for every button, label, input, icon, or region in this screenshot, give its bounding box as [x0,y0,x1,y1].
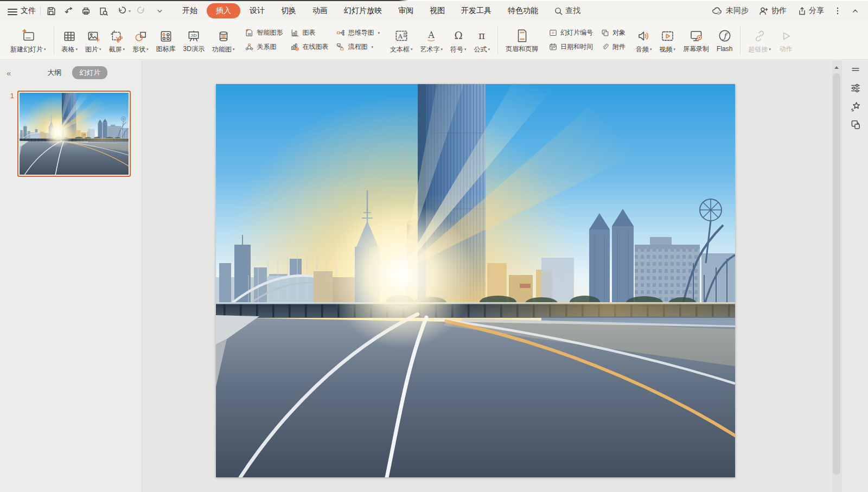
divider [54,25,54,55]
relation-diagram-icon [245,42,254,52]
divider [740,25,741,55]
word-art-icon: A [424,27,439,43]
insert-picture-button[interactable]: 图片▾ [81,23,105,57]
smart-graphics-icon [245,28,254,37]
collapse-panel-button[interactable]: « [0,68,13,78]
more-options-button[interactable] [834,7,841,15]
video-icon [660,27,675,43]
attachment-icon [601,42,610,52]
text-box-button[interactable]: A 文本框▾ [386,23,417,57]
file-menu-button[interactable]: 文件 [0,6,36,16]
action-button[interactable]: 动作 [775,23,797,57]
relation-diagram-button[interactable]: 关系图 [241,40,286,54]
date-time-button[interactable]: 日期和时间 [545,40,596,54]
collapse-ribbon-button[interactable] [851,7,859,15]
tab-insert[interactable]: 插入 [207,3,240,18]
object-layers-button[interactable] [842,116,868,134]
hyperlink-button[interactable]: 超链接▾ [744,23,775,57]
undo-caret-icon[interactable]: ▾ [129,9,131,14]
screenshot-button[interactable]: 截屏▾ [105,23,129,57]
symbol-button[interactable]: Ω 符号▾ [446,23,470,57]
print-icon [81,6,91,16]
svg-text:A: A [427,30,435,40]
action-icon [778,27,793,43]
tab-animation[interactable]: 动画 [305,3,335,18]
shapes-icon [133,27,148,43]
insert-object-button[interactable]: 对象 [597,26,629,40]
canvas-scrollbar[interactable] [832,60,841,492]
tab-view[interactable]: 视图 [423,3,452,18]
function-diagram-icon [216,27,231,43]
insert-shapes-button[interactable]: 形状▾ [129,23,152,57]
file-menu-label: 文件 [21,6,36,16]
flowchart-button[interactable]: 流程图▾ [333,40,383,54]
date-time-icon [548,42,558,52]
scrollbar-thumb[interactable] [833,73,840,475]
sync-status-label: 未同步 [726,6,749,16]
overlapping-pages-icon [850,119,861,131]
header-footer-button[interactable]: 页眉和页脚 [502,23,542,57]
tab-slides[interactable]: 幻灯片 [72,66,107,79]
slide-thumbnail-row: 1 [0,91,142,177]
print-preview-button[interactable] [97,5,109,17]
slides-panel-header: « 大纲 幻灯片 [0,60,142,85]
collaborate-button[interactable]: 协作 [758,6,787,16]
tab-home[interactable]: 开始 [175,3,205,18]
panel-handle-button[interactable] [842,60,868,79]
export-button[interactable] [62,5,74,17]
slide[interactable] [216,84,735,477]
redo-button[interactable] [136,5,148,17]
function-diagram-button[interactable]: 功能图▾ [208,23,239,57]
undo-button[interactable] [114,5,126,17]
customize-toolbar-button[interactable] [154,5,165,17]
slide-canvas[interactable] [143,60,841,492]
collaborate-label: 协作 [771,6,787,16]
online-chart-button[interactable]: 在线图表 [287,40,331,54]
tab-special-features[interactable]: 特色功能 [501,3,545,18]
page-elements-stack-group: # 幻灯片编号 日期和时间 对象 附件 [545,26,629,54]
word-art-button[interactable]: A 艺术字▾ [416,23,446,57]
search-label: 查找 [565,6,580,16]
tab-slideshow[interactable]: 幻灯片放映 [337,3,389,18]
tab-transition[interactable]: 切换 [274,3,303,18]
insert-table-button[interactable]: 表格▾ [58,23,82,57]
tab-outline[interactable]: 大纲 [47,68,61,78]
print-button[interactable] [80,5,92,17]
share-button[interactable]: 分享 [796,6,824,16]
icon-library-button[interactable]: 图标库 [152,23,180,57]
flash-button[interactable]: ƒ Flash [713,23,736,57]
cloud-sync-icon [711,6,723,16]
screen-record-button[interactable]: 屏幕录制 [679,23,713,57]
formula-button[interactable]: π 公式▾ [470,23,494,57]
tab-design[interactable]: 设计 [242,3,272,18]
object-icon [601,28,610,37]
handle-lines-icon [850,64,861,75]
sync-status-button[interactable]: 未同步 [711,6,749,16]
hyperlink-icon [752,27,767,43]
insert-video-button[interactable]: 视频▾ [656,23,680,57]
3d-demo-button[interactable]: 3D 3D演示 [180,23,208,57]
insert-audio-button[interactable]: 音频▾ [632,23,656,57]
magic-star-icon [850,100,861,112]
mind-map-button[interactable]: 思维导图▾ [333,26,383,40]
svg-text:3D: 3D [190,33,197,38]
insert-chart-button[interactable]: 图表 [287,26,331,40]
slide-thumbnail[interactable] [17,91,131,177]
search-button[interactable]: 查找 [554,6,580,16]
screenshot-icon [110,27,124,43]
attachment-button[interactable]: 附件 [597,40,629,54]
audio-icon [636,27,651,43]
scrollbar-up-button[interactable] [832,63,841,71]
tab-developer[interactable]: 开发工具 [454,3,499,18]
smart-graphics-button[interactable]: 智能图形 [241,26,286,40]
tab-review[interactable]: 审阅 [391,3,420,18]
slide-image[interactable] [216,84,735,477]
export-icon [63,6,74,16]
save-button[interactable] [45,5,57,17]
smart-beautify-button[interactable] [842,97,868,116]
chart-icon [290,28,299,37]
new-slide-button[interactable]: 新建幻灯片▾ [7,23,50,57]
properties-button[interactable] [842,79,868,97]
slide-number-button[interactable]: # 幻灯片编号 [545,26,596,40]
menu-bar: 文件 ▾ 开始 插入 设计 切换 动画 幻灯片放映 审阅 视图 开发工具 特色功… [0,1,868,21]
